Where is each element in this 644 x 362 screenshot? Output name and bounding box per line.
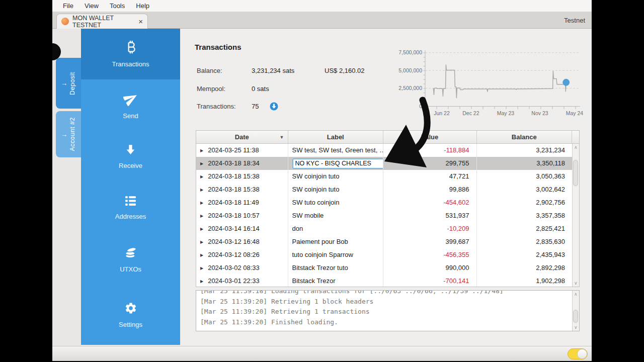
cell-label[interactable]: NO KYC - BISQ CHARLES [288, 157, 383, 170]
unit-toggle-knob[interactable] [577, 349, 587, 359]
label-edit-field[interactable]: NO KYC - BISQ CHARLES [292, 158, 383, 169]
mempool-value: 0 sats [252, 85, 269, 93]
account-tab-strip: → Deposit → Account #2 [52, 29, 81, 346]
table-row[interactable]: ▶2024-03-18 10:57SW mobile531,9373,357,3… [196, 209, 572, 222]
cell-label[interactable]: SW coinjoin tuto [288, 170, 383, 183]
column-header-label: Value [421, 133, 438, 141]
menu-view[interactable]: View [79, 1, 104, 11]
expand-row-icon[interactable]: ▶ [200, 253, 203, 257]
table-row[interactable]: ▶2024-03-14 16:14don-10,2092,825,421 [196, 222, 572, 235]
cell-label[interactable]: tuto coinjoin Sparrow [288, 248, 383, 261]
cell-date: ▶2024-03-12 08:26 [196, 248, 288, 261]
cell-balance: 3,002,642 [477, 183, 573, 196]
scroll-down-icon[interactable]: ∨ [574, 325, 578, 330]
transactions-table: Date▼LabelValueBalance▶2024-03-25 11:38S… [196, 130, 580, 287]
table-row[interactable]: ▶2024-03-25 11:38SW test, SW test, Green… [196, 144, 572, 157]
menu-file[interactable]: File [57, 1, 79, 11]
cell-label[interactable]: Bitstack Trezor tuto [288, 261, 383, 275]
cell-balance: 3,050,363 [477, 170, 573, 183]
column-header-balance[interactable]: Balance [477, 131, 573, 143]
log-line: [Mar 25 11:39:20] Retrieving 1 block hea… [200, 297, 579, 307]
sidebar-item-receive[interactable]: Receive [81, 131, 180, 182]
cell-balance: 2,892,298 [477, 261, 573, 275]
log-line: [Mar 25 11:39:20] Retrieving 1 transacti… [200, 307, 579, 317]
cell-balance: 3,231,234 [477, 144, 573, 157]
sparrow-wallet-window: File View Tools Help MON WALLET TESTNET … [52, 0, 592, 361]
expand-row-icon[interactable]: ▶ [200, 148, 203, 153]
account-tab-label: Deposit [69, 72, 76, 95]
balance-label: Balance: [197, 67, 222, 74]
table-row[interactable]: ▶2024-03-18 11:49SW tuto coinjoin-454,60… [196, 196, 572, 209]
column-header-label: Label [327, 133, 344, 141]
table-row[interactable]: ▶2024-03-18 15:38SW coinjoin tuto99,8863… [196, 183, 572, 196]
expand-row-icon[interactable]: ▶ [200, 161, 203, 166]
export-transactions-icon[interactable] [270, 102, 278, 111]
scroll-up-icon[interactable]: ∧ [574, 145, 578, 150]
expand-row-icon[interactable]: ▶ [200, 174, 203, 179]
cell-balance: 2,835,630 [477, 235, 573, 248]
cell-label[interactable]: SW coinjoin tuto [288, 183, 383, 196]
table-scrollbar[interactable]: ∧∨ [572, 144, 579, 287]
column-header-date[interactable]: Date▼ [196, 131, 288, 143]
sidebar-item-label: Send [123, 112, 138, 120]
table-row[interactable]: ▶2024-03-02 08:33Bitstack Trezor tuto990… [196, 261, 572, 275]
cell-date: ▶2024-03-01 22:33 [196, 275, 288, 287]
cell-value: 990,000 [383, 261, 477, 275]
mempool-label: Mempool: [197, 85, 225, 93]
unit-toggle[interactable] [568, 348, 588, 359]
expand-row-icon[interactable]: ▶ [200, 188, 203, 192]
cell-date: ▶2024-03-12 16:48 [196, 235, 288, 248]
label-text: Paiement pour Bob [292, 238, 348, 245]
label-text: Bitstack Trezor tuto [292, 264, 348, 272]
scroll-down-icon[interactable]: ∨ [574, 281, 578, 286]
scroll-up-icon[interactable]: ∧ [574, 292, 578, 297]
cell-label[interactable]: Bitstack Trezor [288, 275, 383, 287]
expand-row-icon[interactable]: ▶ [200, 279, 203, 284]
close-icon[interactable]: × [138, 17, 143, 26]
expand-row-icon[interactable]: ▶ [200, 266, 203, 270]
menu-help[interactable]: Help [130, 1, 155, 11]
cell-label[interactable]: Paiement pour Bob [288, 235, 383, 248]
table-row[interactable]: ▶2024-03-12 08:26tuto coinjoin Sparrow-4… [196, 248, 572, 261]
cell-date: ▶2024-03-18 18:34 [196, 157, 288, 170]
expand-row-icon[interactable]: ▶ [200, 214, 203, 218]
cell-balance: 1,902,298 [477, 275, 573, 287]
account-tab-label: Account #2 [69, 117, 76, 151]
sidebar-item-transactions[interactable]: Transactions [81, 29, 180, 79]
table-row[interactable]: ▶2024-03-18 18:34NO KYC - BISQ CHARLES29… [196, 157, 572, 170]
sidebar-item-label: Addresses [115, 213, 146, 220]
svg-text:Nov 23: Nov 23 [531, 110, 548, 116]
cell-label[interactable]: SW mobile [288, 209, 383, 222]
sidebar-item-send[interactable]: Send [81, 79, 180, 131]
wallet-tab-bar: MON WALLET TESTNET × Testnet [52, 12, 592, 29]
log-scrollbar[interactable]: ∧ ∨ [572, 291, 579, 331]
sidebar-item-settings[interactable]: Settings [81, 285, 180, 345]
cell-label[interactable]: don [288, 222, 383, 235]
cell-balance: 2,435,943 [477, 248, 573, 261]
main-panel: Transactions Balance: 3,231,234 sats US$… [180, 29, 592, 346]
sidebar-item-addresses[interactable]: Addresses [81, 182, 180, 233]
table-scrollbar-thumb[interactable] [573, 160, 578, 186]
menu-tools[interactable]: Tools [104, 1, 130, 11]
account-tab-deposit[interactable]: → Deposit [56, 58, 81, 109]
sidebar-item-utxos[interactable]: UTXOs [81, 233, 180, 285]
wallet-tab[interactable]: MON WALLET TESTNET × [56, 14, 148, 29]
cell-balance: 2,825,421 [477, 222, 573, 235]
cell-label[interactable]: SW tuto coinjoin [288, 196, 383, 209]
bitcoin-icon [125, 40, 137, 56]
expand-row-icon[interactable]: ▶ [200, 227, 203, 231]
table-row[interactable]: ▶2024-03-01 22:33Bitstack Trezor-700,141… [196, 275, 572, 287]
cell-label[interactable]: SW test, SW test, Green test, … [288, 144, 383, 157]
expand-row-icon[interactable]: ▶ [200, 240, 203, 244]
log-scrollbar-thumb[interactable] [573, 310, 578, 323]
table-row[interactable]: ▶2024-03-12 16:48Paiement pour Bob399,68… [196, 235, 572, 248]
wallet-avatar-icon [61, 18, 69, 25]
account-tab-account2[interactable]: → Account #2 [56, 111, 81, 157]
sidebar-item-label: UTXOs [120, 265, 141, 273]
label-text: SW mobile [292, 212, 324, 219]
column-header-value[interactable]: Value [383, 131, 477, 143]
arrow-right-icon: → [61, 131, 67, 138]
table-row[interactable]: ▶2024-03-18 15:38SW coinjoin tuto47,7213… [196, 170, 572, 183]
column-header-label[interactable]: Label [288, 131, 384, 143]
expand-row-icon[interactable]: ▶ [200, 201, 203, 205]
